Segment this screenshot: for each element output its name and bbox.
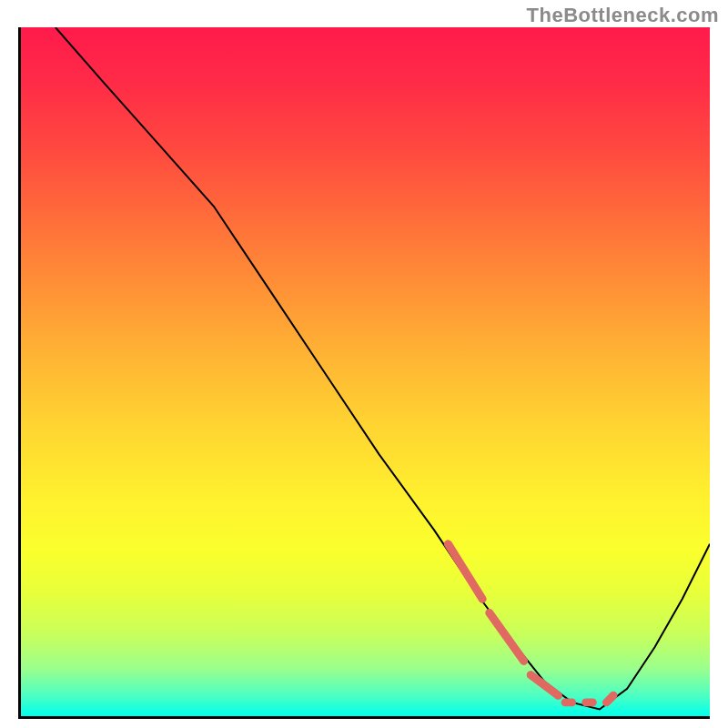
- highlight-dash: [490, 612, 524, 661]
- chart-container: TheBottleneck.com: [0, 0, 728, 728]
- watermark-text: TheBottleneck.com: [527, 4, 719, 27]
- chart-overlay-svg: [21, 27, 710, 716]
- highlight-dashes-group: [448, 544, 613, 703]
- highlight-dash: [448, 544, 482, 600]
- plot-area: [18, 27, 710, 719]
- bottleneck-curve-path: [56, 27, 710, 709]
- highlight-dash: [606, 695, 613, 703]
- highlight-dash: [531, 675, 558, 696]
